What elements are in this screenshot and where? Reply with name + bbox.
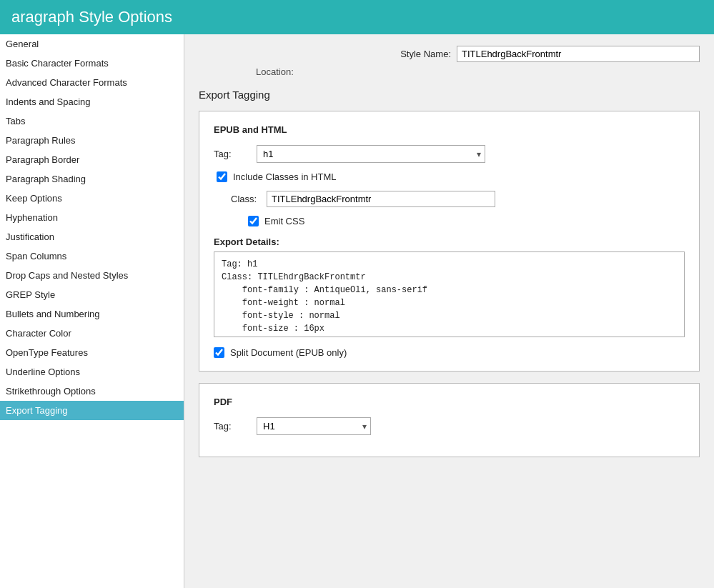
sidebar-item-drop-caps-and-nested-styles[interactable]: Drop Caps and Nested Styles (0, 266, 184, 285)
sidebar-item-tabs[interactable]: Tabs (0, 111, 184, 131)
split-doc-label: Split Document (EPUB only) (230, 347, 347, 358)
export-detail-line-6: font-size : 16px (222, 322, 677, 335)
title-text: aragraph Style Options (11, 8, 172, 26)
header-row: Style Name: (199, 46, 700, 62)
export-detail-line-2: Class: TITLEhdrgBackFrontmtr (222, 271, 677, 284)
tag-label: Tag: (214, 149, 257, 159)
export-details-box: Tag: h1 Class: TITLEhdrgBackFrontmtr fon… (214, 251, 685, 337)
sidebar-item-opentype-features[interactable]: OpenType Features (0, 343, 184, 362)
pdf-tag-field-row: Tag: H1H2H3H4H5H6PDivSpanArtifact ▾ (214, 417, 685, 435)
export-detail-line-7: text-decoration : none (222, 335, 677, 337)
sidebar-item-paragraph-border[interactable]: Paragraph Border (0, 150, 184, 169)
emit-css-checkbox[interactable] (248, 216, 259, 226)
sidebar-item-keep-options[interactable]: Keep Options (0, 189, 184, 208)
split-doc-row: Split Document (EPUB only) (214, 347, 685, 358)
sidebar-item-basic-character-formats[interactable]: Basic Character Formats (0, 54, 184, 73)
location-label: Location: (256, 66, 294, 77)
class-label: Class: (231, 194, 267, 204)
sidebar-item-grep-style[interactable]: GREP Style (0, 285, 184, 304)
sidebar-item-advanced-character-formats[interactable]: Advanced Character Formats (0, 73, 184, 92)
style-name-input[interactable] (457, 46, 700, 62)
sidebar-item-hyphenation[interactable]: Hyphenation (0, 208, 184, 227)
tag-field-row: Tag: h1h2h3h4h5h6pdivspan ▾ (214, 145, 685, 163)
sidebar-item-strikethrough-options[interactable]: Strikethrough Options (0, 382, 184, 401)
sidebar-item-underline-options[interactable]: Underline Options (0, 362, 184, 382)
tag-select-wrapper: h1h2h3h4h5h6pdivspan ▾ (257, 145, 485, 163)
content-area: Style Name: Location: Export Tagging EPU… (184, 34, 714, 588)
export-details-label: Export Details: (214, 236, 685, 247)
sidebar-item-character-color[interactable]: Character Color (0, 324, 184, 343)
sidebar-item-export-tagging[interactable]: Export Tagging (0, 401, 184, 420)
class-input[interactable] (267, 191, 495, 207)
split-doc-checkbox[interactable] (214, 347, 224, 358)
sidebar-item-general[interactable]: General (0, 34, 184, 54)
sidebar-item-paragraph-shading[interactable]: Paragraph Shading (0, 169, 184, 189)
class-field-row: Class: (214, 191, 685, 207)
sidebar-item-indents-and-spacing[interactable]: Indents and Spacing (0, 92, 184, 111)
epub-panel-title: EPUB and HTML (214, 124, 685, 135)
sidebar-item-span-columns[interactable]: Span Columns (0, 246, 184, 266)
emit-css-row: Emit CSS (214, 216, 685, 226)
sidebar-item-paragraph-rules[interactable]: Paragraph Rules (0, 131, 184, 150)
style-name-label: Style Name: (400, 49, 451, 59)
sidebar-item-justification[interactable]: Justification (0, 227, 184, 246)
sidebar-item-bullets-and-numbering[interactable]: Bullets and Numbering (0, 304, 184, 324)
location-row: Location: (199, 66, 700, 77)
pdf-panel: PDF Tag: H1H2H3H4H5H6PDivSpanArtifact ▾ (199, 383, 700, 457)
export-detail-line-4: font-weight : normal (222, 297, 677, 309)
epub-html-panel: EPUB and HTML Tag: h1h2h3h4h5h6pdivspan … (199, 111, 700, 372)
main-layout: GeneralBasic Character FormatsAdvanced C… (0, 34, 714, 588)
pdf-tag-select[interactable]: H1H2H3H4H5H6PDivSpanArtifact (257, 417, 371, 435)
export-detail-line-3: font-family : AntiqueOli, sans-serif (222, 284, 677, 297)
include-classes-row: Include Classes in HTML (214, 171, 685, 182)
export-detail-line-5: font-style : normal (222, 309, 677, 322)
sidebar: GeneralBasic Character FormatsAdvanced C… (0, 34, 184, 588)
tag-select[interactable]: h1h2h3h4h5h6pdivspan (257, 145, 485, 163)
export-detail-line-1: Tag: h1 (222, 258, 677, 271)
include-classes-checkbox[interactable] (217, 171, 227, 182)
pdf-title: PDF (214, 397, 685, 407)
include-classes-label: Include Classes in HTML (233, 171, 337, 182)
pdf-tag-label: Tag: (214, 421, 257, 432)
emit-css-label: Emit CSS (264, 216, 304, 226)
pdf-tag-select-wrapper: H1H2H3H4H5H6PDivSpanArtifact ▾ (257, 417, 371, 435)
section-title: Export Tagging (199, 89, 700, 101)
title-bar: aragraph Style Options (0, 0, 714, 34)
